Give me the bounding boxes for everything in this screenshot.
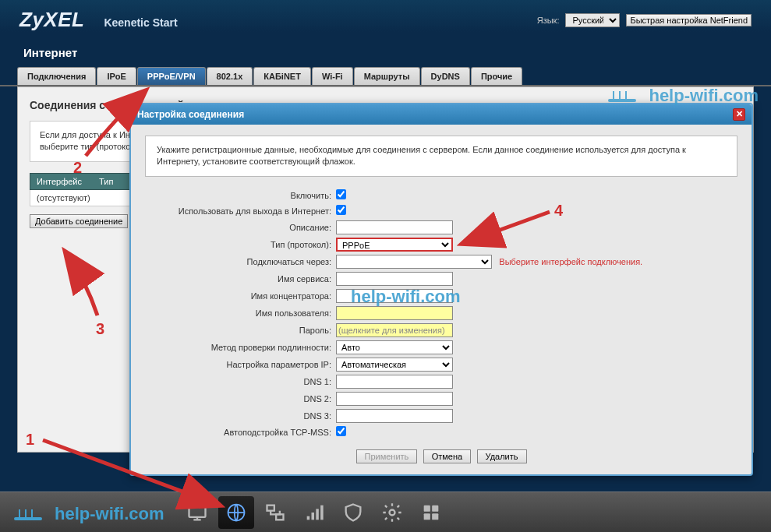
label-dns1: DNS 1: xyxy=(145,377,336,386)
cancel-button[interactable]: Отмена xyxy=(423,449,471,463)
delete-button[interactable]: Удалить xyxy=(477,449,527,463)
annotation-1: 1 xyxy=(26,431,34,449)
auto-mss-checkbox[interactable] xyxy=(336,426,346,436)
add-connection-button[interactable]: Добавить соединение xyxy=(30,214,128,228)
nav-shield-icon[interactable] xyxy=(335,496,371,529)
svg-point-8 xyxy=(390,509,395,515)
tab-routes[interactable]: Маршруты xyxy=(354,67,420,85)
tab-bar: Подключения IPoE PPPoE/VPN 802.1x КАБiNE… xyxy=(0,67,771,86)
label-auto-mss: Автоподстройка TCP-MSS: xyxy=(145,428,336,437)
label-type: Тип (протокол): xyxy=(145,240,336,249)
annotation-4: 4 xyxy=(554,202,563,220)
tab-connections[interactable]: Подключения xyxy=(17,67,96,85)
concentrator-input[interactable] xyxy=(336,289,453,303)
label-username: Имя пользователя: xyxy=(145,308,336,318)
nav-network-icon[interactable] xyxy=(257,496,293,529)
svg-rect-6 xyxy=(316,509,319,520)
username-input[interactable] xyxy=(336,306,453,320)
svg-rect-4 xyxy=(307,516,310,520)
service-name-input[interactable] xyxy=(336,272,453,286)
watermark-top: help-wifi.com xyxy=(608,86,759,106)
label-enable: Включить: xyxy=(145,191,336,200)
label-description: Описание: xyxy=(145,223,336,232)
tab-pppoe-vpn[interactable]: PPPoE/VPN xyxy=(137,67,206,85)
svg-rect-5 xyxy=(312,513,315,520)
connection-settings-modal: Настройка соединения ✕ Укажите регистрац… xyxy=(129,103,753,476)
nav-monitor-icon[interactable] xyxy=(179,496,215,529)
watermark-bottom: help-wifi.com xyxy=(14,504,164,524)
tab-wifi[interactable]: Wi-Fi xyxy=(312,67,353,85)
protocol-type-select[interactable]: PPPoE xyxy=(336,238,453,252)
tab-other[interactable]: Прочие xyxy=(471,67,522,85)
th-interface: Интерфейс xyxy=(37,177,99,186)
enable-checkbox[interactable] xyxy=(336,189,346,199)
page-title: Интернет xyxy=(0,32,771,67)
dns2-input[interactable] xyxy=(336,392,453,406)
description-input[interactable] xyxy=(336,220,453,234)
ip-config-select[interactable]: Автоматическая xyxy=(336,358,453,372)
label-concentrator: Имя концентратора: xyxy=(145,291,336,301)
nav-gear-icon[interactable] xyxy=(374,496,410,529)
auth-method-select[interactable]: Авто xyxy=(336,340,453,354)
quick-setup-button[interactable]: Быстрая настройка NetFriend xyxy=(626,14,752,26)
brand-logo: ZyXEL xyxy=(19,8,84,32)
label-service-name: Имя сервиса: xyxy=(145,274,336,284)
label-password: Пароль: xyxy=(145,326,336,335)
tab-ipoe[interactable]: IPoE xyxy=(97,67,136,85)
nav-apps-icon[interactable] xyxy=(413,496,449,529)
svg-rect-12 xyxy=(432,513,438,520)
dns1-input[interactable] xyxy=(336,375,453,389)
tab-8021x[interactable]: 802.1x xyxy=(207,67,253,85)
dns3-input[interactable] xyxy=(336,409,453,423)
svg-rect-7 xyxy=(320,505,324,520)
model-name: Keenetic Start xyxy=(104,16,177,29)
close-icon[interactable]: ✕ xyxy=(733,108,745,121)
modal-info: Укажите регистрационные данные, необходи… xyxy=(145,136,737,177)
svg-rect-9 xyxy=(424,505,430,511)
annotation-3: 3 xyxy=(96,320,104,338)
label-dns2: DNS 2: xyxy=(145,394,336,403)
label-connect-via: Подключаться через: xyxy=(145,257,336,266)
connect-via-error: Выберите интерфейс подключения. xyxy=(499,257,642,266)
modal-title: Настройка соединения xyxy=(137,109,244,120)
language-select[interactable]: Русский xyxy=(565,13,620,27)
connect-via-select[interactable] xyxy=(336,255,492,269)
use-for-internet-checkbox[interactable] xyxy=(336,205,346,215)
nav-signal-icon[interactable] xyxy=(296,496,332,529)
svg-rect-0 xyxy=(189,506,206,516)
th-type: Тип xyxy=(99,177,113,186)
tab-dydns[interactable]: DyDNS xyxy=(421,67,470,85)
language-label: Язык: xyxy=(537,16,560,25)
label-ip-config: Настройка параметров IP: xyxy=(145,360,336,369)
label-auth-method: Метод проверки подлинности: xyxy=(145,343,336,352)
annotation-2: 2 xyxy=(73,159,82,177)
nav-globe-icon[interactable] xyxy=(218,496,254,529)
apply-button[interactable]: Применить xyxy=(356,449,418,463)
label-use-internet: Использовать для выхода в Интернет: xyxy=(145,206,336,216)
label-dns3: DNS 3: xyxy=(145,411,336,421)
svg-rect-2 xyxy=(267,505,274,510)
svg-rect-10 xyxy=(432,505,438,511)
tab-kabinet[interactable]: КАБiNET xyxy=(253,67,311,85)
password-input[interactable] xyxy=(336,323,453,337)
svg-rect-11 xyxy=(424,513,430,520)
